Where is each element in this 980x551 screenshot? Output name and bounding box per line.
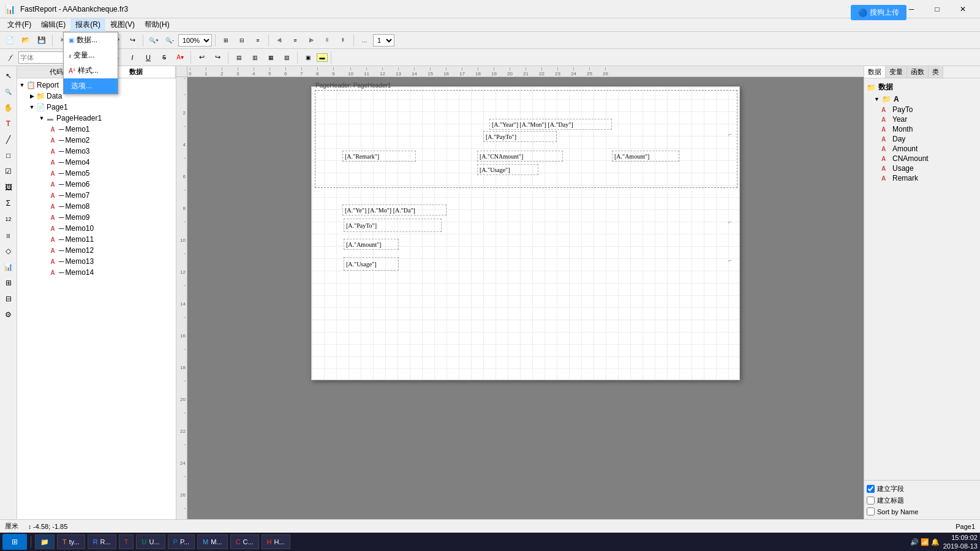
save-button[interactable]: 💾 [34, 34, 49, 47]
zoom-in-button[interactable]: 🔍+ [146, 34, 161, 47]
element-cnamount[interactable]: [A."CNAmount"] [477, 151, 563, 162]
menu-edit[interactable]: 编辑(E) [36, 18, 70, 32]
tree-item-memo12[interactable]: A ─ Memo12 [18, 245, 175, 256]
line-tool[interactable]: ╱ [1, 132, 16, 147]
tree-item-page1[interactable]: ▼ 📄 Page1 [18, 102, 175, 113]
taskbar-explorer[interactable]: 📁 [35, 534, 55, 549]
border-button[interactable]: ▣ [301, 51, 315, 64]
tree-item-memo14[interactable]: A ─ Memo14 [18, 267, 175, 278]
tree-item-memo2[interactable]: A ─ Memo2 [18, 135, 175, 146]
more-button[interactable]: … [357, 34, 372, 47]
sum-tool[interactable]: Σ [1, 196, 16, 211]
tree-item-pageheader1[interactable]: ▼ ▬ PageHeader1 [18, 113, 175, 124]
element-usage2[interactable]: [A."Usage"] [344, 257, 399, 271]
toggle-data[interactable]: ▶ [28, 93, 36, 99]
element-payto2[interactable]: [A."PayTo"] [344, 219, 442, 232]
fill-color-button[interactable]: ▬ [317, 53, 328, 62]
checkbox-build-fields-input[interactable] [867, 485, 875, 493]
bands-button[interactable]: ≡ [251, 34, 265, 47]
zoom-combo[interactable]: 100% 75% 50% 150% [178, 34, 212, 47]
tree-item-memo8[interactable]: A ─ Memo8 [18, 201, 175, 212]
select-tool[interactable]: ↖ [1, 69, 16, 83]
taskbar-m[interactable]: M M... [197, 534, 228, 549]
taskbar-u[interactable]: U U... [136, 534, 165, 549]
menu-help[interactable]: 帮助(H) [140, 18, 175, 32]
gauge-tool[interactable]: ⚙ [1, 307, 16, 322]
grid-button[interactable]: ⊞ [219, 34, 233, 47]
tree-item-memo5[interactable]: A ─ Memo5 [18, 168, 175, 179]
element-ye-mo-da[interactable]: [A."Ye"] [A."Mo"] [A."Da"] [342, 204, 447, 216]
tree-item-memo9[interactable]: A ─ Memo9 [18, 212, 175, 223]
formula-button[interactable]: 𝑓 [2, 51, 17, 64]
text-align-right-button[interactable]: ▦ [263, 51, 278, 64]
element-remark[interactable]: [A."Remark"] [342, 151, 416, 162]
hand-tool[interactable]: ✋ [1, 100, 16, 115]
dropdown-data[interactable]: ▣ 数据... [64, 32, 118, 48]
menu-view[interactable]: 视图(V) [105, 18, 140, 32]
tree-item-memo4[interactable]: A ─ Memo4 [18, 157, 175, 168]
open-button[interactable]: 📂 [18, 34, 33, 47]
image-tool[interactable]: 🖼 [1, 180, 16, 195]
dropdown-options[interactable]: 选项... [64, 78, 118, 94]
right-field-remark[interactable]: A Remark [874, 173, 978, 183]
text-align-center-button[interactable]: ▥ [247, 51, 262, 64]
dropdown-styles[interactable]: A³ 样式... [64, 63, 118, 78]
right-field-payto[interactable]: A PayTo [874, 105, 978, 114]
snap-button[interactable]: ⊟ [235, 34, 249, 47]
zoom-out-button[interactable]: 🔍- [162, 34, 177, 47]
right-field-usage[interactable]: A Usage [874, 163, 978, 173]
font-color-button[interactable]: A▾ [173, 51, 187, 64]
tree-item-memo1[interactable]: A ─ Memo1 [18, 124, 175, 135]
tree-item-memo11[interactable]: A ─ Memo11 [18, 234, 175, 245]
redo2-button[interactable]: ↪ [210, 51, 225, 64]
right-tab-data[interactable]: 数据 [864, 66, 886, 78]
rect-tool[interactable]: □ [1, 148, 16, 163]
menu-report[interactable]: 报表(R) [70, 18, 105, 32]
align-bottom-button[interactable]: ⫵ [336, 34, 350, 47]
right-field-cnamount[interactable]: A CNAmount [874, 154, 978, 163]
taskbar-t[interactable]: T [119, 534, 134, 549]
toggle-report[interactable]: ▼ [18, 82, 26, 88]
taskbar-h[interactable]: H H... [262, 534, 290, 549]
element-amount1[interactable]: [A."Amount"] [612, 151, 679, 162]
element-usage1[interactable]: [A."Usage"] [477, 164, 538, 175]
number-tool[interactable]: 12 [1, 212, 16, 227]
tree-item-memo6[interactable]: A ─ Memo6 [18, 179, 175, 190]
maximize-button[interactable]: □ [925, 3, 949, 15]
tree-item-memo7[interactable]: A ─ Memo7 [18, 190, 175, 201]
taskbar-p[interactable]: P P... [168, 534, 195, 549]
italic-button[interactable]: I [125, 51, 140, 64]
right-field-year[interactable]: A Year [874, 114, 978, 124]
right-tab-funcs[interactable]: 函数 [907, 66, 929, 78]
taskbar-ty[interactable]: T ty... [57, 534, 85, 549]
right-field-amount[interactable]: A Amount [874, 144, 978, 154]
right-field-month[interactable]: A Month [874, 124, 978, 134]
element-payto1[interactable]: [A."PayTo"] [483, 131, 557, 142]
barcode-tool[interactable]: ||| [1, 228, 16, 242]
toggle-page1[interactable]: ▼ [28, 104, 36, 110]
canvas-area[interactable]: PageHeader: PageHeader1 [A."Year"] [A."M… [187, 77, 864, 519]
align-right-button[interactable]: ⫸ [304, 34, 318, 47]
taskbar-c[interactable]: C C... [230, 534, 259, 549]
cross-tool[interactable]: ⊞ [1, 276, 16, 290]
right-tab-vars[interactable]: 变量 [886, 66, 907, 78]
text-tool[interactable]: T [1, 116, 16, 131]
redo-button[interactable]: ↪ [125, 34, 140, 47]
upload-button[interactable]: 🔵 搜狗上传 [851, 5, 907, 20]
chart-tool[interactable]: 📊 [1, 260, 16, 274]
table-tool[interactable]: ⊟ [1, 291, 16, 306]
dropdown-variables[interactable]: 𝑥 变量... [64, 48, 118, 63]
line-width-combo[interactable]: 123 [373, 34, 394, 47]
text-align-left-button[interactable]: ▤ [232, 51, 246, 64]
align-top-button[interactable]: ⫴ [320, 34, 334, 47]
new-button[interactable]: 📄 [2, 34, 17, 47]
checkbox-build-title-input[interactable] [867, 497, 875, 504]
zoom-tool[interactable]: 🔍 [1, 84, 16, 99]
element-amount2[interactable]: [A."Amount"] [344, 239, 399, 250]
undo2-button[interactable]: ↩ [194, 51, 209, 64]
menu-file[interactable]: 文件(F) [2, 18, 36, 32]
close-button[interactable]: ✕ [951, 3, 975, 15]
toggle-pageheader1[interactable]: ▼ [38, 115, 45, 121]
text-align-justify-button[interactable]: ▧ [279, 51, 294, 64]
shape-tool[interactable]: ◇ [1, 244, 16, 258]
